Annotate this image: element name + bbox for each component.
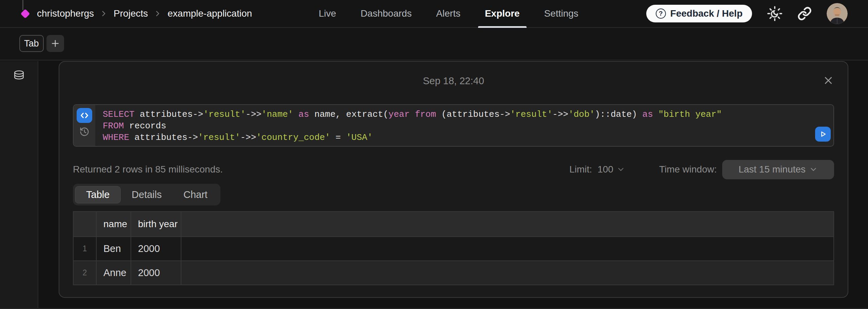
tab-button[interactable]: Tab [19,35,44,52]
column-header-name: name [96,212,131,237]
sql-query-text[interactable]: SELECT attributes->'result'->>'name' as … [95,105,833,146]
time-window-value: Last 15 minutes [738,164,806,175]
table-cell [181,261,834,285]
column-header-birth-year: birth year [131,212,181,237]
play-icon [818,130,827,139]
query-controls: Limit: 100 Time window: Last 15 minutes [569,160,834,179]
top-nav-bar: christophergs Projects example-applicati… [0,0,868,28]
view-tab-details[interactable]: Details [121,186,173,203]
header-actions: ? Feedback / Help [646,0,848,27]
nav-item-dashboards[interactable]: Dashboards [360,0,412,27]
tab-bar: Tab [0,28,868,60]
chevron-right-icon [153,9,162,18]
row-number: 2 [73,261,96,285]
main-nav: LiveDashboardsAlertsExploreSettings [319,0,578,27]
feedback-help-label: Feedback / Help [670,8,743,19]
history-clock-icon [79,127,90,137]
chevron-down-icon [809,165,818,174]
breadcrumb-project-name[interactable]: example-application [167,8,252,19]
close-panel-button[interactable] [823,75,834,86]
table-cell: Ben [96,237,131,261]
feedback-help-button[interactable]: ? Feedback / Help [646,5,752,22]
add-tab-button[interactable] [46,35,64,52]
table-row: 2Anne2000 [73,261,834,285]
left-sidebar [0,61,38,309]
column-header-empty [73,212,96,237]
view-tab-chart[interactable]: Chart [173,186,218,203]
chevron-down-icon [616,165,625,174]
logo-diamond-icon[interactable] [20,9,30,18]
row-number: 1 [73,237,96,261]
plus-icon [50,38,60,49]
query-panel: Sep 18, 22:40 SELECT a [59,61,848,298]
app-window: christophergs Projects example-applicati… [0,0,868,309]
question-circle-icon: ? [656,8,666,19]
table-cell [181,237,834,261]
sql-code-line: WHERE attributes->'result'->>'country_co… [103,132,813,143]
sql-code-line: SELECT attributes->'result'->>'name' as … [103,109,813,120]
breadcrumb-projects[interactable]: Projects [114,8,148,19]
nav-item-alerts[interactable]: Alerts [436,0,460,27]
sql-editor: SELECT attributes->'result'->>'name' as … [73,104,834,147]
breadcrumb-org[interactable]: christophergs [37,8,94,19]
sql-code-line: FROM records [103,120,813,132]
limit-dropdown[interactable]: 100 [597,164,625,175]
breadcrumb: christophergs Projects example-applicati… [19,0,252,27]
view-tab-table[interactable]: Table [75,186,121,203]
user-avatar[interactable] [827,3,848,24]
result-summary: Returned 2 rows in 85 milliseconds. [73,164,223,175]
theme-toggle-sun-moon-icon[interactable] [767,6,783,21]
results-table: namebirth year 1Ben20002Anne2000 [73,211,834,285]
table-cell: Anne [96,261,131,285]
nav-item-explore[interactable]: Explore [485,0,520,27]
query-timestamp: Sep 18, 22:40 [59,75,848,87]
close-icon [823,75,833,86]
view-switcher: TableDetailsChart [73,184,220,205]
table-row: 1Ben2000 [73,237,834,261]
run-query-button[interactable] [815,127,831,142]
table-header-row: namebirth year [73,212,834,237]
table-cell: 2000 [131,237,181,261]
limit-label: Limit: [569,164,592,175]
result-meta-row: Returned 2 rows in 85 milliseconds. Limi… [73,159,834,180]
code-mode-button[interactable] [77,108,92,123]
sql-editor-gutter [74,105,95,146]
chevron-right-icon [99,9,108,18]
share-link-icon[interactable] [797,6,812,21]
nav-item-live[interactable]: Live [319,0,336,27]
nav-item-settings[interactable]: Settings [544,0,578,27]
time-window-label: Time window: [659,164,717,175]
query-history-button[interactable] [79,127,90,137]
code-brackets-icon [79,110,90,121]
column-header-empty [181,212,834,237]
time-window-dropdown[interactable]: Last 15 minutes [722,160,834,179]
table-cell: 2000 [131,261,181,285]
limit-value: 100 [597,164,613,175]
database-icon[interactable] [13,70,25,82]
